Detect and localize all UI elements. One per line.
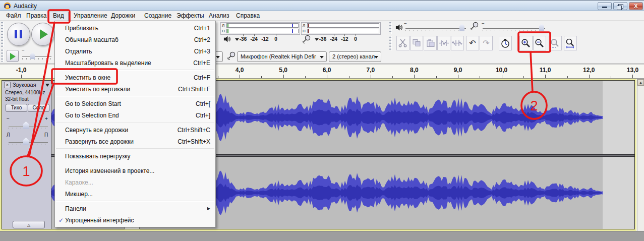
undo-button[interactable]: ↶	[466, 36, 479, 50]
play-button[interactable]	[31, 23, 54, 46]
output-volume-thumb[interactable]	[459, 24, 464, 31]
menu-separator	[56, 70, 214, 71]
view-menu-item-16[interactable]: История изменений в проекте...	[55, 165, 215, 176]
speed-slider[interactable]	[22, 56, 51, 57]
close-button[interactable]: X	[629, 2, 643, 10]
ruler-label: 10,0	[496, 67, 507, 74]
play-at-speed-button[interactable]	[7, 50, 19, 62]
ruler-minor-tick	[349, 76, 349, 78]
view-menu-item-14[interactable]: Показывать перегрузку	[55, 150, 215, 162]
view-menu-item-20[interactable]: Панели▶	[55, 203, 215, 214]
input-device-dropdown[interactable]: Микрофон (Realtek High Defir	[237, 51, 327, 62]
view-menu-item-1[interactable]: Обычный масштабCtrl+2	[55, 34, 215, 45]
zoom-in-icon	[521, 38, 531, 48]
restore-button[interactable]	[613, 2, 627, 10]
gain-slider-thumb[interactable]	[23, 122, 29, 129]
recording-meter[interactable]: Л П	[301, 22, 381, 35]
recording-meter-dropdown-arrow[interactable]	[315, 38, 319, 41]
ruler-minor-tick	[567, 76, 568, 78]
view-menu-item-5[interactable]: Уместить в окнеCtrl+F	[55, 72, 215, 83]
menu-item-shortcut: Ctrl+1	[194, 25, 210, 32]
menu-item-shortcut: Ctrl+[	[196, 100, 210, 107]
minimize-button[interactable]	[598, 2, 612, 10]
view-menu-item-12[interactable]: Развернуть все дорожкиCtrl+Shift+X	[55, 136, 215, 147]
view-menu-item-9[interactable]: Go to Selection EndCtrl+]	[55, 109, 215, 121]
copy-button[interactable]	[410, 36, 423, 50]
copy-icon	[412, 39, 422, 47]
view-menu-item-0[interactable]: ПриблизитьCtrl+1	[55, 22, 215, 34]
track-menu-arrow-icon[interactable]	[45, 84, 49, 87]
speaker-icon	[223, 35, 231, 43]
track-close-button[interactable]: ×	[4, 82, 11, 88]
view-menu-item-11[interactable]: Свернуть все дорожкиCtrl+Shift+C	[55, 124, 215, 136]
view-menu-item-17[interactable]: Караоке...	[55, 176, 215, 188]
view-menu-item-2[interactable]: ОтдалитьCtrl+3	[55, 45, 215, 57]
menu-separator	[56, 163, 214, 164]
ruler-major-tick	[589, 75, 590, 78]
trim-audio-button[interactable]	[437, 36, 450, 50]
menubar-item-8[interactable]: Справка	[232, 12, 264, 20]
menubar-item-3[interactable]: Управление	[70, 12, 111, 20]
menubar-item-1[interactable]: Правка	[22, 12, 51, 20]
ruler-major-tick	[545, 75, 546, 78]
input-volume-slider[interactable]	[483, 28, 545, 29]
edit-toolbar-grip[interactable]	[389, 36, 392, 50]
pause-button[interactable]	[7, 23, 30, 46]
menu-item-shortcut: Ctrl+2	[194, 36, 210, 43]
menu-item-label: Отдалить	[65, 48, 194, 55]
fit-project-button[interactable]	[564, 36, 577, 50]
menubar-item-2[interactable]: Вид	[48, 12, 69, 21]
menubar-item-5[interactable]: Создание	[140, 12, 175, 20]
menubar-item-6[interactable]: Эффекты	[172, 12, 208, 20]
menubar-item-0[interactable]: Файл	[2, 12, 25, 20]
menu-item-shortcut: Ctrl+Shift+C	[178, 127, 210, 134]
transport-toolbar-grip[interactable]	[1, 22, 4, 47]
menubar-item-7[interactable]: Анализ	[205, 12, 233, 20]
track-name[interactable]: Звуковая	[13, 82, 36, 88]
collapse-track-button[interactable]: △	[13, 221, 45, 228]
view-menu-item-21[interactable]: ✓Упрощенный интерфейс	[55, 214, 215, 226]
solo-button[interactable]: Соло	[28, 104, 49, 112]
ruler-major-tick	[21, 75, 22, 78]
track-bitdepth-info: 32-bit float	[5, 96, 29, 102]
menu-item-label: Панели	[65, 205, 203, 212]
timer-record-button[interactable]	[499, 36, 512, 50]
ruler-label: 11,0	[540, 67, 551, 74]
menubar-item-4[interactable]: Дорожки	[107, 12, 139, 20]
view-menu-item-8[interactable]: Go to Selection StartCtrl+[	[55, 98, 215, 109]
menu-item-shortcut: Ctrl+]	[196, 112, 210, 119]
pause-icon	[15, 30, 17, 38]
redo-button[interactable]: ↷	[480, 36, 493, 50]
speed-slider-thumb[interactable]	[30, 52, 35, 59]
meter-scale-label: -24	[250, 36, 257, 42]
view-menu-item-6[interactable]: Уместить по вертикалиCtrl+Shift+F	[55, 83, 215, 95]
zoom-out-button[interactable]	[533, 36, 546, 50]
input-channels-dropdown[interactable]: 2 (стерео) канал	[329, 51, 381, 62]
zoom-out-icon	[535, 38, 545, 48]
transcription-toolbar-grip[interactable]	[1, 49, 4, 62]
meter-scale-tick	[254, 34, 255, 36]
ruler-minor-tick	[218, 76, 218, 78]
vertical-scrollbar[interactable]: ▲	[637, 79, 644, 231]
mixer-toolbar-grip[interactable]	[389, 22, 392, 34]
track-control-panel: × Звуковая Стерео, 44100Hz 32-bit float …	[2, 81, 51, 229]
cut-button[interactable]	[396, 36, 409, 50]
pan-slider-thumb[interactable]	[23, 138, 29, 145]
view-menu-item-18[interactable]: Микшер...	[55, 188, 215, 200]
playback-meter[interactable]: Л П	[220, 22, 300, 35]
ruler-label: 13,0	[627, 67, 638, 74]
output-volume-slider[interactable]	[405, 28, 466, 29]
close-icon: X	[629, 3, 642, 10]
silence-audio-button[interactable]	[451, 36, 464, 50]
view-menu-item-3[interactable]: Масштабировать в выделениеCtrl+E	[55, 57, 215, 69]
scroll-up-button[interactable]: ▲	[637, 79, 644, 86]
zoom-in-button[interactable]	[519, 36, 533, 50]
mute-button[interactable]: Тихо	[6, 104, 27, 112]
meter-scale-label: -36	[240, 36, 247, 42]
ruler-major-tick	[327, 75, 327, 78]
input-volume-thumb[interactable]	[539, 24, 544, 31]
paste-button[interactable]	[424, 36, 437, 50]
window-title: Audacity	[14, 3, 37, 10]
zoom-to-selection-button[interactable]	[549, 36, 562, 50]
playback-meter-dropdown-arrow[interactable]	[235, 38, 239, 41]
